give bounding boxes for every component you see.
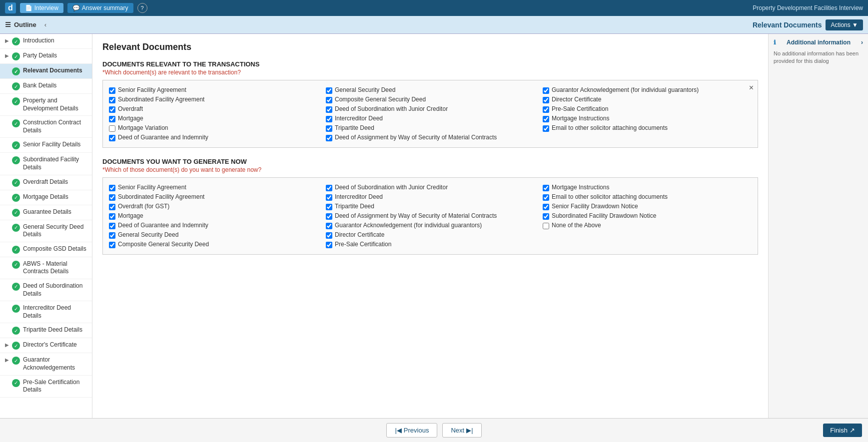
chk-email-solicitor[interactable] xyxy=(543,125,549,132)
previous-button[interactable]: |◀ Previous xyxy=(386,423,437,438)
chk2-director-cert[interactable] xyxy=(326,232,332,239)
chk2-intercreditor-deed[interactable] xyxy=(326,194,332,201)
sidebar-item-relevant-documents[interactable]: ▶ ✓ Relevant Documents xyxy=(0,64,92,79)
sidebar-item-mortgage[interactable]: ▶ ✓ Mortgage Details xyxy=(0,190,92,205)
check-icon-15: ✓ xyxy=(12,305,20,313)
sidebar-item-general-security-deed[interactable]: ▶ ✓ General Security Deed Details xyxy=(0,220,92,242)
list-item: Intercreditor Deed xyxy=(326,192,535,202)
sidebar-item-composite-gsd[interactable]: ▶ ✓ Composite GSD Details xyxy=(0,242,92,257)
chk-guarantor-ack-individual[interactable] xyxy=(543,87,549,94)
section2-columns: Senior Facility Agreement Subordinated F… xyxy=(109,183,752,249)
chk-subordinated-facility-agreement[interactable] xyxy=(109,97,115,103)
expand-icon-18: ▶ xyxy=(5,357,9,363)
expand-icon-17: ▶ xyxy=(5,342,9,348)
chk2-sub-drawdown[interactable] xyxy=(543,213,549,220)
chk-deed-sub-junior[interactable] xyxy=(326,106,332,113)
chk-deed-assignment[interactable] xyxy=(326,135,332,141)
page-title: Relevant Documents xyxy=(753,21,822,29)
sidebar-item-guarantee[interactable]: ▶ ✓ Guarantee Details xyxy=(0,205,92,220)
list-item: Mortgage Instructions xyxy=(543,114,752,123)
section1-subtitle-text: Which document(s) are relevant to the tr… xyxy=(105,69,241,76)
chk-mortgage-variation[interactable] xyxy=(109,125,115,132)
chk-mortgage[interactable] xyxy=(109,116,115,122)
sidebar-item-introduction[interactable]: ▶ ✓ Introduction xyxy=(0,34,92,49)
sidebar-item-directors-certificate[interactable]: ▶ ✓ Director's Certificate xyxy=(0,338,92,353)
list-item: Intercreditor Deed xyxy=(326,114,535,123)
next-button[interactable]: Next ▶| xyxy=(442,423,481,438)
section1-subtitle: *Which document(s) are relevant to the t… xyxy=(102,69,758,76)
sidebar-item-construction-contract[interactable]: ▶ ✓ Construction Contract Details xyxy=(0,116,92,138)
chk2-general-security-deed[interactable] xyxy=(109,232,115,239)
actions-button[interactable]: Actions ▼ xyxy=(826,19,863,30)
answer-summary-tab-label: Answer summary xyxy=(82,4,128,11)
sidebar-item-intercreditor-deed[interactable]: ▶ ✓ Intercreditor Deed Details xyxy=(0,301,92,323)
additional-info-expand-icon: › xyxy=(861,39,863,46)
sidebar-label-19: Pre-Sale Certification Details xyxy=(23,379,88,394)
help-button[interactable]: ? xyxy=(137,3,147,13)
sidebar-item-senior-facility[interactable]: ▶ ✓ Senior Facility Details xyxy=(0,138,92,153)
chk2-email-solicitor[interactable] xyxy=(543,194,549,201)
sidebar-label-13: ABWS - Material Contracts Details xyxy=(23,260,88,276)
sidebar-label-11: General Security Deed Details xyxy=(23,223,88,239)
page-heading: Relevant Documents xyxy=(102,42,758,52)
chk2-senior-facility-agreement[interactable] xyxy=(109,185,115,191)
chk2-deed-sub-junior[interactable] xyxy=(326,185,332,191)
list-item: Guarantor Acknowledgement (for individua… xyxy=(543,85,752,95)
chk-senior-facility-agreement[interactable] xyxy=(109,87,115,94)
sidebar-label-0: Introduction xyxy=(23,37,54,45)
chk2-mortgage[interactable] xyxy=(109,213,115,220)
chk2-deed-guarantee-indemnity[interactable] xyxy=(109,223,115,229)
sidebar-item-bank-details[interactable]: ▶ ✓ Bank Details xyxy=(0,79,92,94)
interview-tab[interactable]: 📄 Interview xyxy=(20,3,63,13)
chk-general-security-deed[interactable] xyxy=(326,87,332,94)
chk2-subordinated-facility-agreement[interactable] xyxy=(109,194,115,201)
sidebar-label-3: Bank Details xyxy=(23,82,56,90)
additional-info-header[interactable]: ℹ Additional information › xyxy=(774,39,863,46)
chk2-overdraft-gst[interactable] xyxy=(109,204,115,210)
sidebar-item-abws[interactable]: ▶ ✓ ABWS - Material Contracts Details xyxy=(0,257,92,279)
chk2-guarantor-ack-individual[interactable] xyxy=(326,223,332,229)
list-item: General Security Deed xyxy=(109,230,318,240)
sidebar-item-deed-subordination[interactable]: ▶ ✓ Deed of Subordination Details xyxy=(0,279,92,301)
list-item: Senior Facility Agreement xyxy=(109,85,318,95)
list-item: Deed of Guarantee and Indemnity xyxy=(109,133,318,142)
check-icon-5: ✓ xyxy=(12,119,20,127)
section1-close-button[interactable]: × xyxy=(749,83,754,92)
sidebar-item-overdraft[interactable]: ▶ ✓ Overdraft Details xyxy=(0,175,92,190)
chk-director-cert[interactable] xyxy=(543,97,549,103)
chk2-tripartite-deed[interactable] xyxy=(326,204,332,210)
finish-button[interactable]: Finish ↗ xyxy=(823,424,862,437)
collapse-icon[interactable]: ‹ xyxy=(44,21,46,28)
chk-overdraft[interactable] xyxy=(109,106,115,113)
right-panel: ℹ Additional information › No additional… xyxy=(768,34,868,418)
chk2-none-above[interactable] xyxy=(543,223,549,229)
sidebar-item-property-development[interactable]: ▶ ✓ Property and Development Details xyxy=(0,94,92,116)
previous-label: Previous xyxy=(404,427,429,434)
chk2-composite-gsd[interactable] xyxy=(109,242,115,248)
section2-col1: Senior Facility Agreement Subordinated F… xyxy=(109,183,318,249)
chk-tripartite-deed[interactable] xyxy=(326,125,332,132)
sidebar-item-party-details[interactable]: ▶ ✓ Party Details xyxy=(0,49,92,64)
section2-subtitle-text: Which of those document(s) do you want t… xyxy=(105,166,262,173)
sidebar-item-subordinated-facility[interactable]: ▶ ✓ Subordinated Facility Details xyxy=(0,153,92,175)
check-icon-3: ✓ xyxy=(12,82,20,90)
chk-deed-guarantee-indemnity[interactable] xyxy=(109,135,115,141)
chk2-presale-cert[interactable] xyxy=(326,242,332,248)
sidebar-item-presale-cert[interactable]: ▶ ✓ Pre-Sale Certification Details xyxy=(0,376,92,398)
chk-mortgage-instructions[interactable] xyxy=(543,116,549,122)
sidebar-item-guarantor-ack[interactable]: ▶ ✓ Guarantor Acknowledgements xyxy=(0,353,92,375)
chk-composite-gsd[interactable] xyxy=(326,97,332,103)
section1-col3: Guarantor Acknowledgement (for individua… xyxy=(543,85,752,142)
chk2-deed-assignment[interactable] xyxy=(326,213,332,220)
sidebar-item-tripartite-deed[interactable]: ▶ ✓ Tripartite Deed Details xyxy=(0,323,92,338)
sidebar-label-10: Guarantee Details xyxy=(23,208,71,216)
chk-presale-cert[interactable] xyxy=(543,106,549,113)
chk-intercreditor-deed[interactable] xyxy=(326,116,332,122)
previous-icon: |◀ xyxy=(395,427,401,434)
chk2-senior-drawdown[interactable] xyxy=(543,204,549,210)
sidebar-label-2: Relevant Documents xyxy=(23,67,82,75)
chk2-mortgage-instructions[interactable] xyxy=(543,185,549,191)
list-item: Overdraft (for GST) xyxy=(109,202,318,211)
answer-summary-tab[interactable]: 💬 Answer summary xyxy=(67,3,133,13)
sidebar-label-12: Composite GSD Details xyxy=(23,245,86,253)
